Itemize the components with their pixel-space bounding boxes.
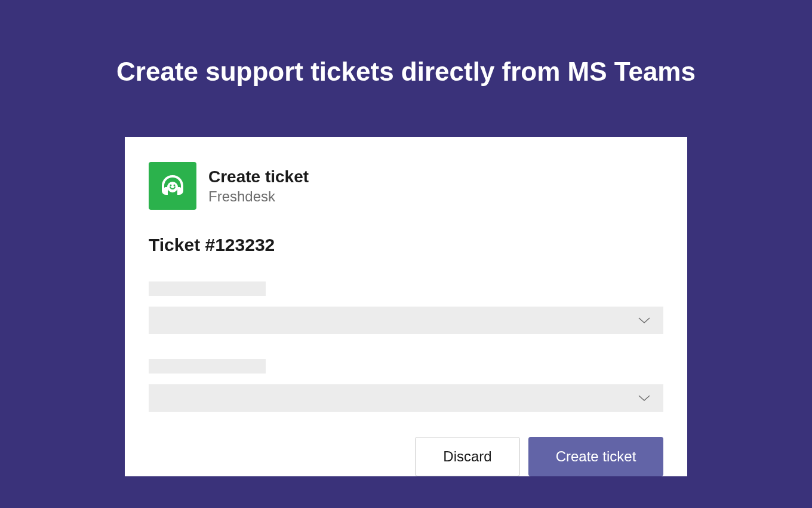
ticket-number: Ticket #123232 bbox=[149, 235, 663, 255]
svg-point-1 bbox=[170, 185, 172, 186]
button-row: Discard Create ticket bbox=[149, 437, 663, 476]
page-title: Create support tickets directly from MS … bbox=[0, 0, 812, 87]
freshdesk-app-icon bbox=[149, 162, 196, 210]
dropdown-field-2[interactable] bbox=[149, 384, 663, 412]
svg-point-0 bbox=[167, 182, 178, 192]
card-subtitle: Freshdesk bbox=[208, 188, 309, 205]
card-header: Create ticket Freshdesk bbox=[149, 162, 663, 210]
form-group-2 bbox=[149, 359, 663, 412]
svg-point-2 bbox=[174, 185, 176, 186]
form-group-1 bbox=[149, 281, 663, 334]
form-label-placeholder-2 bbox=[149, 359, 266, 374]
chevron-down-icon bbox=[637, 316, 651, 325]
headset-icon bbox=[158, 172, 187, 200]
dropdown-field-1[interactable] bbox=[149, 307, 663, 334]
card-header-text: Create ticket Freshdesk bbox=[208, 167, 309, 205]
chevron-down-icon bbox=[637, 394, 651, 402]
create-ticket-card: Create ticket Freshdesk Ticket #123232 bbox=[125, 137, 687, 476]
discard-button[interactable]: Discard bbox=[415, 437, 520, 476]
card-title: Create ticket bbox=[208, 167, 309, 187]
create-ticket-button[interactable]: Create ticket bbox=[528, 437, 663, 476]
form-label-placeholder-1 bbox=[149, 281, 266, 296]
